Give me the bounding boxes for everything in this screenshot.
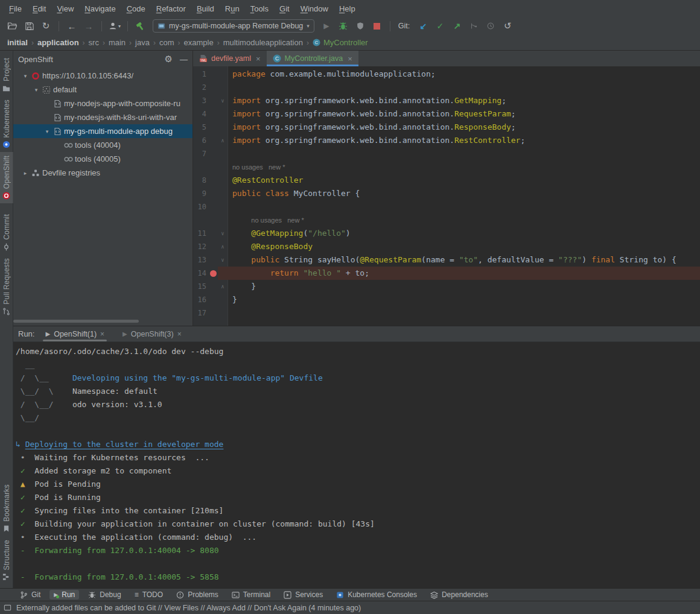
code-line-11[interactable]: 11∨ @GetMapping("/hello") [193, 227, 700, 240]
code-line-17[interactable]: 17 [193, 306, 700, 320]
close-icon[interactable]: × [348, 54, 352, 63]
line-number[interactable]: 11 [193, 227, 209, 240]
breakpoint-icon[interactable] [210, 270, 217, 277]
code-line-7[interactable]: 7 [193, 147, 700, 160]
code-line-13[interactable]: 13∨ public String sayHello(@RequestParam… [193, 253, 700, 267]
history-clock-icon[interactable] [483, 19, 498, 33]
chevron-right-icon[interactable]: ▸ [21, 170, 30, 176]
breadcrumb-item[interactable]: multimoduleapplication [222, 38, 304, 47]
code-line-16[interactable]: 16} [193, 293, 700, 306]
forward-icon[interactable]: → [81, 19, 96, 33]
fold-marker[interactable]: ∨ [218, 94, 228, 107]
toolwindow-button-debug[interactable]: Debug [84, 590, 125, 600]
fold-marker[interactable]: ∨ [218, 227, 228, 240]
stripe-item-pull-requests[interactable]: Pull Requests [0, 255, 13, 319]
breadcrumb-item[interactable]: application [36, 38, 80, 47]
toolwindow-button-terminal[interactable]: Terminal [228, 590, 275, 600]
toolwindow-button-kubernetes-consoles[interactable]: Kubernetes Consoles [332, 590, 421, 600]
git-update-icon[interactable]: ↙ [416, 19, 430, 33]
code-line-4[interactable]: 4import org.springframework.web.bind.ann… [193, 107, 700, 121]
toolwindow-button-services[interactable]: Services [279, 590, 327, 600]
fold-marker[interactable] [218, 306, 228, 320]
inlay-hint[interactable]: no usages new * [232, 163, 285, 171]
line-number[interactable]: 14 [193, 267, 209, 280]
stripe-item-bookmarks[interactable]: Bookmarks [0, 481, 13, 536]
code-line-8[interactable]: 8@RestController [193, 174, 700, 187]
line-number[interactable]: 12 [193, 240, 209, 253]
gear-icon[interactable]: ⚙ [165, 54, 173, 65]
fold-marker[interactable]: ∨ [218, 253, 228, 267]
stripe-item-structure[interactable]: Structure [0, 536, 13, 585]
close-icon[interactable]: × [100, 330, 104, 338]
close-icon[interactable]: × [177, 330, 182, 338]
git-merge-icon[interactable] [466, 19, 481, 33]
run-tab-openshift-1[interactable]: ▶ OpenShift(1) × [40, 326, 109, 341]
breadcrumb-item[interactable]: src [88, 38, 100, 47]
stripe-item-kubernetes[interactable]: Kubernetes [0, 96, 13, 152]
build-hammer-icon[interactable] [133, 19, 148, 33]
inlay-hint[interactable]: no usages new * [251, 217, 304, 224]
run-with-coverage-button[interactable] [353, 19, 368, 33]
line-number[interactable]: 13 [193, 253, 209, 267]
line-number[interactable]: 15 [193, 280, 209, 293]
event-log-icon[interactable] [4, 604, 11, 612]
menu-git[interactable]: Git [274, 4, 295, 13]
line-number[interactable]: 17 [193, 306, 209, 320]
tab-mycontroller-java[interactable]: C MyController.java × [267, 51, 358, 66]
debug-button[interactable] [336, 19, 351, 33]
fold-marker[interactable] [218, 187, 228, 200]
code-editor[interactable]: 1package com.example.multimoduleapplicat… [193, 66, 700, 326]
code-line-10[interactable]: 10 [193, 200, 700, 214]
menu-refactor[interactable]: Refactor [151, 4, 191, 13]
menu-tools[interactable]: Tools [245, 4, 274, 13]
git-push-icon[interactable]: ↗ [450, 19, 464, 33]
stop-button[interactable] [370, 19, 384, 33]
tab-devfile-yaml[interactable]: YML devfile.yaml × [193, 51, 267, 66]
code-line-5[interactable]: 5import org.springframework.web.bind.ann… [193, 121, 700, 134]
line-number[interactable]: 10 [193, 200, 209, 214]
fold-marker[interactable] [218, 81, 228, 94]
stripe-item-project[interactable]: Project [0, 54, 13, 96]
toolwindow-button-todo[interactable]: ≡TODO [130, 590, 167, 600]
toolwindow-button-dependencies[interactable]: Dependencies [426, 590, 492, 600]
menu-edit[interactable]: Edit [27, 4, 51, 13]
menu-view[interactable]: View [51, 4, 79, 13]
console-link[interactable]: Deploying to the cluster in developer mo… [25, 440, 224, 449]
code-line-6[interactable]: 6∧import org.springframework.web.bind.an… [193, 134, 700, 147]
git-commit-icon[interactable]: ✓ [433, 19, 447, 33]
line-number[interactable]: 5 [193, 121, 209, 134]
breadcrumb-item[interactable]: example [183, 38, 215, 47]
chevron-down-icon[interactable]: ▾ [21, 73, 30, 79]
tree-item[interactable]: ▾https://10.10.10.105:6443/ [13, 69, 192, 83]
tree-item[interactable]: my-nodesjs-with-k8s-uri-with-var [13, 110, 192, 124]
menu-file[interactable]: File [4, 4, 27, 13]
rollback-icon[interactable]: ↺ [500, 19, 515, 33]
breadcrumb-item[interactable]: java [134, 38, 151, 47]
stripe-item-openshift[interactable]: OpenShift [0, 152, 13, 203]
menu-code[interactable]: Code [121, 4, 151, 13]
open-folder-icon[interactable] [5, 19, 19, 33]
line-number[interactable]: 16 [193, 293, 209, 306]
fold-marker[interactable] [218, 174, 228, 187]
tree-item[interactable]: tools (40005) [13, 152, 192, 166]
fold-marker[interactable] [218, 107, 228, 121]
tree-item[interactable]: my-nodejs-app-with-composite-ru [13, 97, 192, 110]
run-tab-openshift-3[interactable]: ▶ OpenShift(3) × [118, 326, 186, 341]
fold-marker[interactable] [218, 267, 228, 280]
toolwindow-button-run[interactable]: ▶Run [49, 590, 79, 600]
fold-marker[interactable] [218, 200, 228, 214]
run-button[interactable]: ▶ [319, 19, 334, 33]
breadcrumb-item[interactable]: initial [6, 38, 29, 47]
code-line-9[interactable]: 9public class MyController { [193, 187, 700, 200]
fold-marker[interactable] [218, 147, 228, 160]
fold-marker[interactable] [218, 121, 228, 134]
back-icon[interactable]: ← [65, 19, 79, 33]
status-message[interactable]: Externally added files can be added to G… [16, 604, 361, 612]
line-number[interactable]: 6 [193, 134, 209, 147]
fold-marker[interactable]: ∧ [218, 134, 228, 147]
tree-item[interactable]: ▸Devfile registries [13, 166, 192, 180]
breadcrumb-item[interactable]: com [158, 38, 176, 47]
menu-build[interactable]: Build [191, 4, 220, 13]
tree-item[interactable]: ▾my-gs-multi-module-app debug [13, 124, 192, 138]
code-line-15[interactable]: 15∧ } [193, 280, 700, 293]
